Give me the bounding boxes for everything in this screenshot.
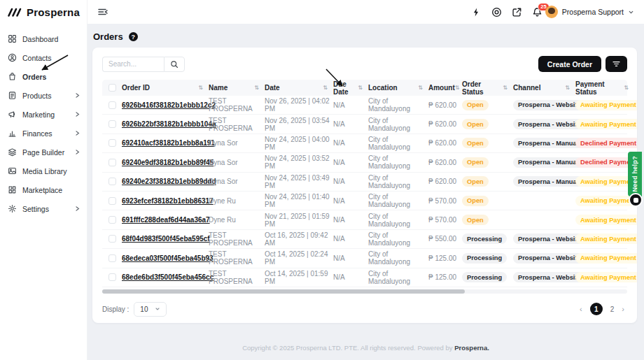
chat-widget-button[interactable] [629, 193, 643, 207]
sidebar-collapse-icon[interactable] [97, 6, 108, 17]
order-date: Nov 26, 2025 | 03:54 PM [265, 117, 333, 132]
sidebar-item-marketplace[interactable]: Marketplace [0, 180, 87, 199]
need-help-tab[interactable]: Need help? [628, 152, 642, 196]
row-checkbox[interactable] [108, 101, 116, 109]
page-button-2[interactable]: 2 [610, 305, 615, 313]
order-id-link[interactable]: 68ede6bd3f500f45eba456cc [122, 273, 209, 281]
payment-status-badge: Awaiting Payment [575, 215, 637, 225]
sidebar-item-media-library[interactable]: Media Library [0, 161, 87, 180]
chevron-down-icon [628, 6, 634, 18]
column-header-amount[interactable]: Amount⇅ [428, 84, 462, 92]
order-name: Dyna Sor [209, 159, 265, 166]
prev-page-button[interactable]: ‹ [580, 305, 582, 313]
order-name: Dyna Sor [209, 178, 265, 185]
payment-status-badge: Awaiting Payment [575, 119, 637, 129]
order-id-link[interactable]: 6926b22bf38182b1ebbb104a [122, 120, 209, 128]
row-checkbox[interactable] [108, 254, 116, 262]
column-header-channel[interactable]: Channel⇅ [513, 84, 575, 92]
order-id-link[interactable]: 692410acf38182b1ebb8a191 [122, 139, 209, 147]
create-order-button[interactable]: Create Order [538, 56, 601, 72]
order-id-link[interactable]: 69240e9df38182b1ebb89f45 [122, 159, 209, 166]
page-size-select[interactable]: 10 [134, 302, 167, 317]
chevron-right-icon [74, 149, 80, 155]
copyright-text: Copyright © 2025 Prosperna LTD. PTE. All… [242, 344, 452, 352]
sidebar-item-orders[interactable]: Orders [0, 67, 87, 86]
select-all-checkbox[interactable] [108, 84, 116, 92]
order-due-date: N/A [333, 254, 368, 262]
bell-icon[interactable]: 25 [532, 7, 542, 17]
row-checkbox[interactable] [108, 216, 116, 224]
page-help-icon[interactable]: ? [129, 32, 138, 41]
sidebar-item-label: Contacts [22, 54, 51, 62]
order-location: City of Mandaluyong [368, 250, 428, 266]
table-row: 6926b22bf38182b1ebbb104aTEST PROSPERNANo… [102, 115, 627, 134]
avatar [545, 6, 558, 18]
profile-menu[interactable]: Prosperna Support [545, 6, 634, 18]
order-id-link[interactable]: 691fffc288deaf6d44aa36a7 [122, 216, 209, 224]
table-row: 69240e9df38182b1ebb89f45Dyna SorNov 24, … [102, 153, 627, 172]
sidebar-item-settings[interactable]: Settings [0, 199, 87, 218]
row-checkbox[interactable] [108, 139, 116, 147]
order-id-link[interactable]: 68edeca03f500f45eba45b93 [122, 254, 209, 262]
table-row: 68f04d983f500f45eba595cfTEST PROSPERNAOc… [102, 230, 627, 249]
table-footer: Display : 10 ‹12› [102, 302, 627, 317]
order-due-date: N/A [333, 159, 368, 166]
sidebar-item-contacts[interactable]: Contacts [0, 48, 87, 67]
filter-icon [612, 59, 621, 69]
order-id-link[interactable]: 6923efcef38182b1ebb86317 [122, 197, 209, 205]
sidebar-item-products[interactable]: Products [0, 86, 87, 105]
order-due-date: N/A [333, 178, 368, 185]
chat-icon [634, 198, 638, 203]
sort-icon: ⇅ [198, 85, 203, 91]
order-date: Oct 16, 2025 | 09:42 AM [265, 231, 333, 247]
column-header-date[interactable]: Date⇅ [265, 84, 333, 92]
target-icon[interactable] [491, 7, 502, 17]
order-id-link[interactable]: 69240e23f38182b1ebb89ddd [122, 178, 209, 185]
column-header-due-date[interactable]: Due Date⇅ [333, 80, 368, 96]
column-header-name[interactable]: Name⇅ [209, 84, 265, 92]
external-link-icon[interactable] [512, 7, 522, 17]
order-date: Nov 24, 2025 | 04:00 PM [265, 136, 333, 151]
next-page-button[interactable]: › [622, 305, 624, 313]
sidebar-item-finances[interactable]: Finances [0, 124, 87, 143]
order-id-link[interactable]: 68f04d983f500f45eba595cf [122, 235, 209, 243]
scrollbar-thumb[interactable] [102, 289, 465, 294]
contacts-icon [8, 53, 17, 62]
row-checkbox[interactable] [108, 235, 116, 243]
column-header-order-status[interactable]: Order Status⇅ [462, 80, 513, 96]
sort-icon: ⇅ [455, 85, 460, 91]
order-date: Oct 14, 2025 | 01:59 PM [265, 270, 333, 285]
row-checkbox[interactable] [108, 120, 116, 128]
page-button-1[interactable]: 1 [590, 303, 603, 315]
row-checkbox[interactable] [108, 178, 116, 185]
sidebar-item-marketing[interactable]: Marketing [0, 105, 87, 124]
order-status-badge: Open [462, 157, 489, 168]
sidebar-item-page-builder[interactable]: Page Builder [0, 143, 87, 161]
bolt-icon[interactable] [471, 7, 482, 17]
search-input[interactable] [102, 57, 164, 72]
page-size-value: 10 [140, 305, 148, 313]
row-checkbox[interactable] [108, 273, 116, 281]
table-row: 68ede6bd3f500f45eba456ccTEST PROSPERNAOc… [102, 268, 627, 287]
brand[interactable]: Prosperna [0, 0, 87, 25]
order-due-date: N/A [333, 101, 368, 109]
order-id-link[interactable]: 6926b416f38182b1ebbb12c2 [122, 101, 209, 109]
payment-status-badge: Awaiting Payment [575, 233, 637, 244]
sidebar: Prosperna DashboardContactsOrdersProduct… [0, 0, 88, 360]
topbar-actions: 25 [471, 7, 542, 17]
order-status-badge: Open [462, 138, 489, 148]
filter-button[interactable] [606, 56, 627, 72]
column-header-location[interactable]: Location⇅ [368, 84, 428, 92]
order-name: TEST PROSPERNA [209, 270, 265, 285]
search-button[interactable] [164, 57, 185, 72]
order-name: Dyna Sor [209, 139, 265, 147]
order-amount: ₱ 620.00 [428, 178, 462, 185]
orders-table: Order ID⇅Name⇅Date⇅Due Date⇅Location⇅Amo… [102, 80, 627, 294]
row-checkbox[interactable] [108, 197, 116, 205]
table-header-row: Order ID⇅Name⇅Date⇅Due Date⇅Location⇅Amo… [102, 80, 627, 96]
row-checkbox[interactable] [108, 159, 116, 166]
sidebar-item-dashboard[interactable]: Dashboard [0, 29, 87, 48]
column-header-payment-status[interactable]: Payment Status⇅ [575, 80, 634, 96]
order-location: City of Mandaluyong [368, 117, 428, 132]
column-header-order-id[interactable]: Order ID⇅ [122, 84, 209, 92]
